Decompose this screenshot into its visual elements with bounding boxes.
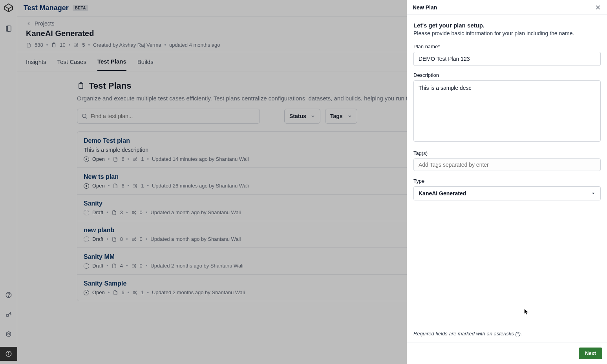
- panel-subheading: Please provide basic information for you…: [413, 30, 601, 36]
- type-label: Type: [413, 178, 601, 184]
- svg-point-38: [136, 291, 137, 291]
- description-label: Description: [413, 72, 601, 78]
- info-icon[interactable]: [0, 347, 17, 361]
- svg-marker-43: [592, 193, 594, 195]
- plan-updated: Updated 2 months ago by Shantanu Wali: [152, 289, 245, 295]
- chevron-left-icon: [26, 21, 31, 26]
- logo-icon: [4, 3, 13, 13]
- plan-count2: 0: [140, 236, 143, 242]
- plan-count1: 6: [121, 289, 124, 295]
- close-icon[interactable]: [594, 4, 602, 11]
- next-button[interactable]: Next: [579, 348, 602, 359]
- svg-point-30: [134, 212, 135, 213]
- svg-point-33: [134, 238, 135, 239]
- svg-point-26: [136, 184, 137, 185]
- cursor-icon: [524, 308, 529, 315]
- status-label: Open: [92, 183, 105, 189]
- status-label: Open: [92, 156, 105, 162]
- key-icon[interactable]: [0, 308, 17, 322]
- svg-point-8: [6, 314, 9, 317]
- svg-point-10: [7, 333, 9, 335]
- flow-icon: [73, 42, 79, 48]
- svg-point-18: [77, 46, 78, 46]
- file-icon: [113, 183, 118, 189]
- svg-point-16: [77, 43, 78, 44]
- svg-point-31: [135, 213, 135, 214]
- status-icon: [84, 183, 89, 189]
- plan-name-label: Plan name*: [413, 44, 601, 49]
- tab-test-cases[interactable]: Test Cases: [57, 53, 86, 71]
- file-icon: [112, 237, 117, 242]
- svg-point-21: [82, 114, 86, 118]
- caret-down-icon: [591, 191, 596, 196]
- plan-count2: 1: [141, 156, 144, 162]
- svg-point-35: [135, 264, 135, 265]
- plan-count1: 3: [120, 209, 123, 215]
- status-label: Draft: [92, 236, 103, 242]
- svg-point-13: [8, 352, 9, 353]
- svg-line-22: [86, 117, 87, 118]
- meta-created: Created by Akshay Raj Verma: [93, 42, 161, 48]
- flow-icon: [131, 237, 137, 242]
- plan-updated: Updated 26 minutes ago by Shantanu Wali: [152, 183, 249, 189]
- flow-icon: [132, 290, 138, 295]
- tags-label: Tag(s): [413, 150, 601, 156]
- svg-point-37: [135, 266, 135, 267]
- meta-count3: 5: [82, 42, 85, 48]
- settings-icon[interactable]: [0, 327, 17, 341]
- file-icon: [26, 42, 31, 48]
- status-label: Draft: [92, 209, 103, 215]
- tab-test-plans[interactable]: Test Plans: [97, 53, 126, 71]
- plan-count1: 6: [121, 183, 124, 189]
- plan-updated: Updated 2 months ago by Shantanu Wali: [150, 263, 243, 269]
- plan-updated: Updated a month ago by Shantanu Wali: [150, 236, 241, 242]
- svg-line-1: [5, 6, 9, 9]
- tags-input[interactable]: [413, 158, 601, 171]
- rail-bottom-icons: [0, 288, 17, 364]
- svg-point-34: [135, 240, 135, 240]
- svg-point-7: [8, 297, 9, 297]
- status-label: Open: [92, 289, 105, 295]
- svg-point-24: [135, 158, 136, 159]
- description-textarea[interactable]: [413, 80, 601, 142]
- help-icon[interactable]: [0, 288, 17, 302]
- plan-count2: 0: [140, 263, 143, 269]
- status-label: Draft: [92, 263, 103, 269]
- svg-point-40: [136, 293, 137, 294]
- search-input[interactable]: [91, 113, 256, 119]
- file-icon: [112, 210, 117, 215]
- svg-point-36: [134, 265, 135, 266]
- plan-count2: 0: [140, 209, 143, 215]
- svg-marker-9: [6, 331, 11, 337]
- plan-updated: Updated 14 minutes ago by Shantanu Wali: [152, 156, 249, 162]
- tab-builds[interactable]: Builds: [137, 53, 154, 71]
- meta-count2: 10: [60, 42, 65, 48]
- sidebar-item-projects[interactable]: [3, 23, 15, 35]
- flow-icon: [131, 263, 137, 269]
- panel-footer: Next: [407, 342, 607, 364]
- search-box[interactable]: [77, 109, 260, 124]
- left-rail: [0, 0, 17, 364]
- flow-icon: [132, 157, 138, 162]
- file-icon: [113, 157, 118, 162]
- status-filter[interactable]: Status: [284, 109, 320, 124]
- plan-name-input[interactable]: [413, 52, 601, 66]
- tags-filter[interactable]: Tags: [325, 109, 357, 124]
- required-note: Required fields are marked with an aster…: [407, 331, 607, 342]
- clipboard-icon: [51, 42, 57, 48]
- plan-updated: Updated a month ago by Shantanu Wali: [150, 209, 241, 215]
- plan-count2: 1: [141, 289, 144, 295]
- plan-count1: 8: [120, 236, 123, 242]
- svg-point-28: [136, 186, 137, 187]
- svg-point-29: [135, 211, 135, 211]
- status-icon: [84, 210, 89, 215]
- status-icon: [84, 290, 89, 295]
- panel-body: Let's get your plan setup. Please provid…: [407, 15, 607, 331]
- svg-point-25: [136, 160, 137, 160]
- chevron-down-icon: [347, 114, 352, 118]
- svg-point-27: [135, 185, 136, 186]
- type-select[interactable]: KaneAI Generated: [413, 186, 601, 200]
- tab-insights[interactable]: Insights: [26, 53, 46, 71]
- page-title: Test Plans: [89, 81, 131, 91]
- status-icon: [84, 263, 89, 269]
